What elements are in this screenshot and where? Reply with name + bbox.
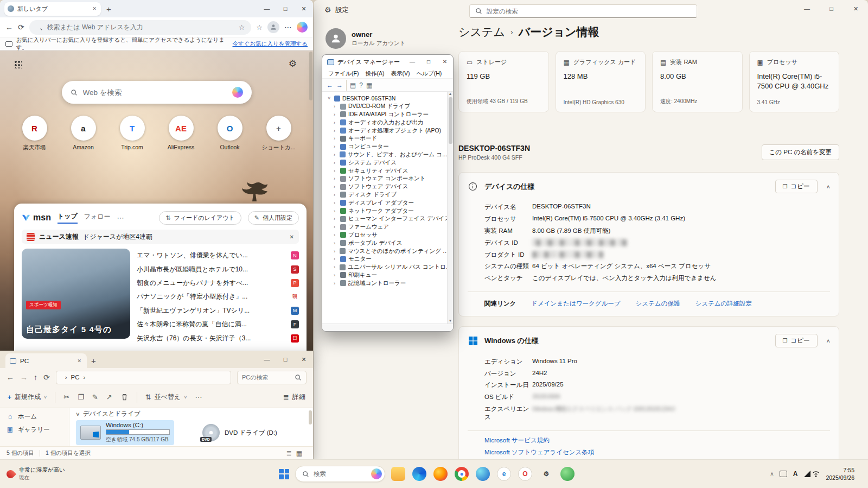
- taskbar-app-icon[interactable]: [433, 467, 448, 481]
- copy-button[interactable]: ❐ コピー: [775, 180, 818, 193]
- quick-link-tile[interactable]: O Outlook: [212, 116, 248, 151]
- device-tree-item[interactable]: › キーボード: [322, 135, 453, 143]
- chevron-right-icon[interactable]: ›: [334, 232, 338, 238]
- copy-button[interactable]: ❐ コピー: [775, 334, 818, 347]
- back-button[interactable]: ←: [327, 81, 333, 89]
- related-link[interactable]: ドメインまたはワークグループ: [531, 300, 620, 308]
- minimize-button[interactable]: —: [795, 0, 819, 18]
- breaking-news-bar[interactable]: ニュース速報 ドジャースが地区4連覇 ✕: [22, 230, 299, 244]
- headline-item[interactable]: 朝食のメニューからバナナを外すべ... P: [137, 276, 299, 290]
- breadcrumb-pc[interactable]: PC: [71, 374, 80, 381]
- quick-link-tile[interactable]: + ショートカ...: [261, 116, 297, 151]
- clock[interactable]: 7:55 2025/09/26: [826, 466, 854, 481]
- device-tree-item[interactable]: › DVD/CD-ROM ドライブ: [322, 103, 453, 111]
- settings-search-box[interactable]: [469, 4, 697, 18]
- chevron-right-icon[interactable]: ›: [334, 144, 338, 149]
- menu-item[interactable]: 表示(V): [388, 70, 412, 78]
- scrollbar-thumb[interactable]: [449, 97, 452, 144]
- scroll-up-icon[interactable]: ▲: [449, 92, 452, 96]
- menu-item[interactable]: ヘルプ(H): [413, 70, 444, 78]
- chevron-up-icon[interactable]: ˄: [827, 183, 830, 190]
- device-tree-item[interactable]: › ネットワーク アダプター: [322, 207, 453, 215]
- copilot-icon[interactable]: [371, 468, 382, 479]
- tray-app-icon[interactable]: [780, 471, 787, 477]
- tab-close-icon[interactable]: ✕: [91, 5, 98, 12]
- properties-icon[interactable]: ▤: [350, 81, 356, 89]
- taskbar-search-box[interactable]: [295, 466, 385, 482]
- device-tree-item[interactable]: › ディスプレイ アダプター: [322, 199, 453, 207]
- close-icon[interactable]: ✕: [290, 234, 294, 240]
- chevron-right-icon[interactable]: ›: [334, 264, 337, 270]
- device-tree-item[interactable]: › セキュリティ デバイス: [322, 167, 453, 175]
- quick-link-tile[interactable]: R 楽天市場: [17, 116, 53, 151]
- section-header[interactable]: ˅ デバイスとドライブ: [76, 410, 307, 418]
- personalize-button[interactable]: ✎ 個人用設定: [248, 211, 299, 225]
- taskbar-app-icon[interactable]: [412, 467, 426, 481]
- device-tree-item[interactable]: › 記憶域コントローラー: [322, 279, 453, 287]
- list-view-button[interactable]: ≣: [286, 449, 292, 457]
- device-tree-item[interactable]: › システム デバイス: [322, 159, 453, 167]
- taskbar-app-icon[interactable]: [560, 467, 575, 481]
- msn-logo[interactable]: msn: [22, 213, 51, 223]
- new-tab-button[interactable]: +: [106, 4, 111, 14]
- web-search-box[interactable]: [62, 81, 252, 104]
- menu-item[interactable]: ファイル(F): [326, 70, 361, 78]
- device-tree-item[interactable]: › プロセッサ: [322, 231, 453, 239]
- weather-widget[interactable]: 非常に湿度が高い 現在: [0, 460, 72, 488]
- explorer-search-box[interactable]: [237, 371, 307, 384]
- rename-button[interactable]: ✎: [92, 393, 98, 401]
- refresh-button[interactable]: ⟳: [43, 373, 50, 382]
- device-tree-item[interactable]: › IDE ATA/ATAPI コントローラー: [322, 111, 453, 119]
- chevron-right-icon[interactable]: ›: [334, 136, 338, 141]
- headline-item[interactable]: 佐々木朗希に米称賛の嵐「自信に満... F: [137, 318, 299, 331]
- menu-item[interactable]: 操作(A): [362, 70, 387, 78]
- headline-item[interactable]: パナソニックが「特定小型原付き」... 朝: [137, 290, 299, 303]
- icon-view-button[interactable]: ▦: [296, 449, 302, 457]
- new-item-button[interactable]: + 新規作成 ˅: [8, 392, 47, 402]
- address-bar[interactable]: ☆: [29, 20, 252, 35]
- taskbar-app-icon[interactable]: [391, 467, 405, 481]
- breadcrumb[interactable]: › PC ›: [56, 371, 231, 384]
- url-input[interactable]: [47, 23, 234, 31]
- explorer-tab[interactable]: PC ✕: [5, 353, 87, 368]
- device-tree-item[interactable]: › ファームウェア: [322, 223, 453, 231]
- scrollbar[interactable]: [309, 410, 312, 424]
- spec-card[interactable]: ▭ ストレージ 119 GB 使用領域 43 GB / 119 GB: [458, 51, 549, 112]
- profile-avatar[interactable]: [267, 21, 279, 33]
- spec-card[interactable]: ▣ プロセッサ Intel(R) Core(TM) i5-7500 CPU @ …: [749, 51, 840, 112]
- chevron-right-icon[interactable]: ›: [334, 120, 338, 125]
- tab-close-icon[interactable]: ✕: [76, 357, 82, 365]
- windows-spec-header[interactable]: Windows の仕様 ❐ コピー ˄: [459, 327, 839, 354]
- delete-button[interactable]: [120, 393, 129, 401]
- copy-button[interactable]: ❐: [78, 393, 84, 401]
- chevron-right-icon[interactable]: ›: [334, 200, 338, 206]
- spec-card[interactable]: ▤ 実装 RAM 8.00 GB 速度: 2400MHz: [652, 51, 743, 112]
- refresh-button[interactable]: ⟳: [18, 23, 24, 31]
- device-tree-root[interactable]: ˅ DESKTOP-06STF3N: [322, 94, 453, 103]
- manage-favorites-link[interactable]: 今すぐお気に入りを管理する: [233, 40, 308, 48]
- chevron-right-icon[interactable]: ›: [334, 112, 338, 117]
- microsoft-link[interactable]: Microsoft ソフトウェアライセンス条項: [484, 448, 830, 457]
- chevron-right-icon[interactable]: ›: [334, 249, 337, 254]
- related-link[interactable]: システムの詳細設定: [695, 300, 752, 308]
- cut-button[interactable]: ✂: [63, 393, 69, 401]
- share-button[interactable]: ↗: [106, 393, 112, 401]
- minimize-button[interactable]: —: [404, 59, 420, 65]
- close-button[interactable]: ✕: [844, 0, 868, 18]
- quick-link-tile[interactable]: T Trip.com: [114, 116, 150, 151]
- chevron-right-icon[interactable]: ›: [334, 281, 338, 286]
- maximize-button[interactable]: □: [420, 59, 437, 65]
- device-tree-item[interactable]: › マウスとそのほかのポインティング デバイス: [322, 247, 453, 255]
- device-tree-item[interactable]: › ディスク ドライブ: [322, 191, 453, 199]
- chevron-right-icon[interactable]: ›: [334, 192, 338, 198]
- device-tree-item[interactable]: › モニター: [322, 255, 453, 263]
- explorer-search-input[interactable]: [242, 374, 291, 381]
- msn-tab-follow[interactable]: フォロー: [84, 212, 111, 223]
- microsoft-link[interactable]: Microsoft サービス規約: [484, 436, 830, 445]
- chevron-right-icon[interactable]: ›: [334, 176, 338, 181]
- drive-d-tile[interactable]: DVD DVD ドライブ (D:): [198, 420, 282, 445]
- copilot-icon[interactable]: [297, 22, 308, 33]
- breadcrumb-system[interactable]: システム: [458, 24, 505, 40]
- browser-tab[interactable]: 新しいタブ ✕: [4, 2, 101, 16]
- taskbar-app-icon[interactable]: ●: [455, 467, 469, 481]
